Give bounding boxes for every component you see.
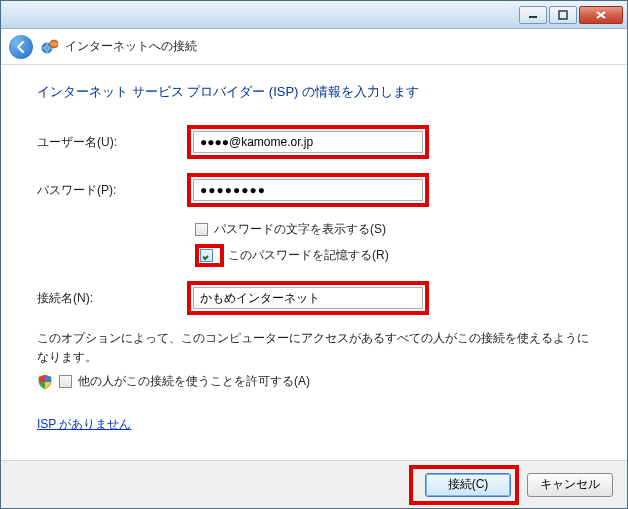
no-isp-link[interactable]: ISP がありません (37, 416, 131, 433)
password-row: パスワード(P): (37, 173, 591, 207)
show-password-label: パスワードの文字を表示する(S) (214, 221, 386, 238)
instruction-text: インターネット サービス プロバイダー (ISP) の情報を入力します (37, 83, 591, 101)
allow-others-checkbox[interactable] (59, 375, 72, 388)
username-label: ユーザー名(U): (37, 134, 187, 151)
window-title: インターネットへの接続 (65, 38, 197, 55)
svg-point-5 (50, 40, 58, 48)
password-input[interactable] (193, 179, 423, 201)
connection-name-label: 接続名(N): (37, 290, 187, 307)
password-highlight (187, 173, 429, 207)
connection-icon (41, 38, 59, 56)
titlebar (1, 1, 627, 29)
remember-password-label: このパスワードを記憶する(R) (228, 247, 389, 264)
back-button[interactable] (9, 35, 33, 59)
content-area: インターネット サービス プロバイダー (ISP) の情報を入力します ユーザー… (1, 65, 627, 433)
show-password-checkbox[interactable] (195, 223, 208, 236)
wizard-window: インターネットへの接続 インターネット サービス プロバイダー (ISP) の情… (0, 0, 628, 509)
remember-password-checkbox[interactable] (200, 249, 213, 262)
password-label: パスワード(P): (37, 182, 187, 199)
connect-button[interactable]: 接続(C) (425, 473, 511, 497)
maximize-button[interactable] (549, 6, 577, 24)
minimize-button[interactable] (519, 6, 547, 24)
connection-name-highlight (187, 281, 429, 315)
allow-others-label: 他の人がこの接続を使うことを許可する(A) (78, 373, 310, 390)
username-input[interactable] (193, 131, 423, 153)
svg-rect-1 (559, 11, 567, 19)
connection-name-row: 接続名(N): (37, 281, 591, 315)
close-button[interactable] (579, 6, 623, 24)
username-row: ユーザー名(U): (37, 125, 591, 159)
wizard-header: インターネットへの接続 (1, 29, 627, 65)
remember-password-highlight (195, 244, 224, 267)
username-highlight (187, 125, 429, 159)
remember-password-row: このパスワードを記憶する(R) (195, 244, 591, 267)
allow-others-row: 他の人がこの接続を使うことを許可する(A) (37, 373, 591, 390)
cancel-button[interactable]: キャンセル (527, 473, 613, 497)
connect-highlight: 接続(C) (409, 465, 519, 505)
password-options: パスワードの文字を表示する(S) このパスワードを記憶する(R) (195, 221, 591, 267)
show-password-row: パスワードの文字を表示する(S) (195, 221, 591, 238)
footer: 接続(C) キャンセル (1, 460, 627, 508)
share-description: このオプションによって、このコンピューターにアクセスがあるすべての人がこの接続を… (37, 329, 591, 367)
connection-name-input[interactable] (193, 287, 423, 309)
shield-icon (37, 374, 53, 390)
